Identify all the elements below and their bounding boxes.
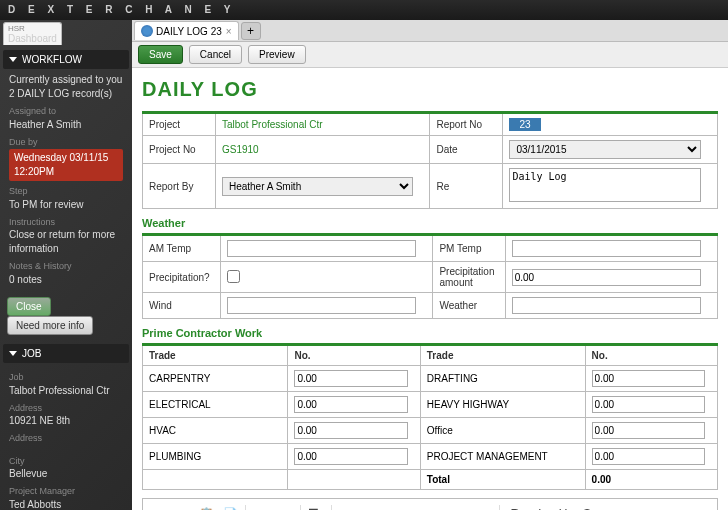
brand-bar: D E X T E R C H A N E Y bbox=[0, 0, 728, 20]
weather-label: Weather bbox=[433, 293, 505, 319]
cut-icon[interactable]: ✂ bbox=[147, 503, 169, 510]
wind-label: Wind bbox=[143, 293, 221, 319]
assigned-to-value: Heather A Smith bbox=[9, 118, 123, 132]
pm-value: Ted Abbotts bbox=[9, 498, 123, 510]
project-no-value[interactable]: GS1910 bbox=[222, 144, 259, 155]
contractor-table: Trade No. Trade No. CARPENTRY DRAFTING E… bbox=[142, 343, 718, 490]
no-header-2: No. bbox=[585, 345, 717, 366]
city-label: City bbox=[9, 455, 123, 468]
tab-dashboard-label: Dashboard bbox=[8, 33, 57, 44]
header-form-table: Project Talbot Professional Ctr Report N… bbox=[142, 111, 718, 209]
trade-cell: DRAFTING bbox=[420, 366, 585, 392]
job-label: Job bbox=[9, 371, 123, 384]
precip-amount-input[interactable] bbox=[512, 269, 701, 286]
no-input[interactable] bbox=[294, 370, 407, 387]
preview-button[interactable]: Preview bbox=[248, 45, 306, 64]
report-no-label: Report No bbox=[430, 113, 503, 136]
table-row: ELECTRICAL HEAVY HIGHWAY bbox=[143, 392, 718, 418]
no-input[interactable] bbox=[592, 370, 705, 387]
no-input[interactable] bbox=[592, 422, 705, 439]
italic-icon[interactable]: I bbox=[528, 503, 550, 510]
trade-header-2: Trade bbox=[420, 345, 585, 366]
total-row: Total 0.00 bbox=[143, 470, 718, 490]
editor-toolbar: ✂ ⧉ 📋 📄 ↶ ↷ ☰▾ Font Family Font Sizes B … bbox=[143, 499, 717, 510]
close-icon[interactable]: × bbox=[226, 26, 232, 37]
workflow-close-button[interactable]: Close bbox=[7, 297, 51, 316]
am-temp-label: AM Temp bbox=[143, 235, 221, 262]
re-label: Re bbox=[430, 164, 503, 209]
paste-icon[interactable]: 📋 bbox=[195, 503, 217, 510]
workflow-more-info-button[interactable]: Need more info bbox=[7, 316, 93, 335]
table-row: CARPENTRY DRAFTING bbox=[143, 366, 718, 392]
tab-daily-log-label: DAILY LOG 23 bbox=[156, 26, 222, 37]
sidebar-job-header[interactable]: JOB bbox=[3, 344, 129, 363]
trade-cell: PROJECT MANAGEMENT bbox=[420, 444, 585, 470]
font-size-select[interactable]: Font Sizes bbox=[419, 506, 495, 511]
instructions-label: Instructions bbox=[9, 216, 123, 229]
trade-header-1: Trade bbox=[143, 345, 288, 366]
redo-icon[interactable]: ↷ bbox=[274, 503, 296, 510]
sidebar-workflow-body: Currently assigned to you 2 DAILY LOG re… bbox=[3, 69, 129, 291]
total-value: 0.00 bbox=[585, 470, 717, 490]
no-input[interactable] bbox=[294, 448, 407, 465]
due-by-label: Due by bbox=[9, 136, 123, 149]
precip-checkbox[interactable] bbox=[227, 270, 240, 283]
tab-dashboard-sub: HSR bbox=[8, 24, 25, 33]
sidebar-workflow-header[interactable]: WORKFLOW bbox=[3, 50, 129, 69]
paste-text-icon[interactable]: 📄 bbox=[219, 503, 241, 510]
bold-icon[interactable]: B bbox=[504, 503, 526, 510]
report-by-select[interactable]: Heather A Smith bbox=[222, 177, 413, 196]
page-title: DAILY LOG bbox=[142, 78, 718, 101]
no-header-1: No. bbox=[288, 345, 420, 366]
date-label: Date bbox=[430, 136, 503, 164]
no-input[interactable] bbox=[592, 448, 705, 465]
no-input[interactable] bbox=[294, 422, 407, 439]
job-value: Talbot Professional Ctr bbox=[9, 384, 123, 398]
address-label: Address bbox=[9, 402, 123, 415]
step-value: To PM for review bbox=[9, 198, 123, 212]
save-button[interactable]: Save bbox=[138, 45, 183, 64]
underline-icon[interactable]: U bbox=[552, 503, 574, 510]
report-no-value[interactable]: 23 bbox=[509, 118, 540, 131]
main-area: DAILY LOG 23 × + Save Cancel Preview DAI… bbox=[132, 20, 728, 510]
tab-daily-log[interactable]: DAILY LOG 23 × bbox=[134, 21, 239, 40]
report-by-label: Report By bbox=[143, 164, 216, 209]
form-content: DAILY LOG Project Talbot Professional Ct… bbox=[132, 68, 728, 510]
rich-text-editor: ✂ ⧉ 📋 📄 ↶ ↷ ☰▾ Font Family Font Sizes B … bbox=[142, 498, 718, 510]
workflow-assigned-line1: Currently assigned to you bbox=[9, 73, 123, 87]
copy-icon[interactable]: ⧉ bbox=[171, 503, 193, 510]
strike-icon[interactable]: S bbox=[576, 503, 598, 510]
bullet-list-icon[interactable]: ☰▾ bbox=[305, 503, 327, 510]
table-row: PLUMBING PROJECT MANAGEMENT bbox=[143, 444, 718, 470]
chevron-down-icon bbox=[9, 57, 17, 62]
precip-amount-label: Precipitation amount bbox=[433, 262, 505, 293]
due-by-value: Wednesday 03/11/15 12:20PM bbox=[9, 149, 123, 181]
instructions-value: Close or return for more information bbox=[9, 228, 123, 256]
document-tabs: DAILY LOG 23 × + bbox=[132, 20, 728, 42]
date-select[interactable]: 03/11/2015 bbox=[509, 140, 700, 159]
no-input[interactable] bbox=[592, 396, 705, 413]
re-textarea[interactable]: Daily Log bbox=[509, 168, 700, 202]
trade-cell: HEAVY HIGHWAY bbox=[420, 392, 585, 418]
weather-input[interactable] bbox=[512, 297, 701, 314]
weather-section-title: Weather bbox=[142, 217, 718, 229]
undo-icon[interactable]: ↶ bbox=[250, 503, 272, 510]
project-value[interactable]: Talbot Professional Ctr bbox=[222, 119, 323, 130]
am-temp-input[interactable] bbox=[227, 240, 416, 257]
pm-temp-label: PM Temp bbox=[433, 235, 505, 262]
contractor-section-title: Prime Contractor Work bbox=[142, 327, 718, 339]
trade-cell: CARPENTRY bbox=[143, 366, 288, 392]
notes-value: 0 notes bbox=[9, 273, 123, 287]
sidebar-job-body: Job Talbot Professional Ctr Address 1092… bbox=[3, 363, 129, 510]
total-label: Total bbox=[420, 470, 585, 490]
tab-dashboard[interactable]: HSR Dashboard bbox=[3, 22, 62, 45]
sidebar: HSR Dashboard WORKFLOW Currently assigne… bbox=[0, 20, 132, 510]
no-input[interactable] bbox=[294, 396, 407, 413]
add-tab-button[interactable]: + bbox=[241, 22, 261, 40]
weather-table: AM Temp PM Temp Precipitation? Precipita… bbox=[142, 233, 718, 319]
pm-temp-input[interactable] bbox=[512, 240, 701, 257]
wind-input[interactable] bbox=[227, 297, 416, 314]
globe-icon bbox=[141, 25, 153, 37]
cancel-button[interactable]: Cancel bbox=[189, 45, 242, 64]
font-family-select[interactable]: Font Family bbox=[336, 506, 417, 511]
